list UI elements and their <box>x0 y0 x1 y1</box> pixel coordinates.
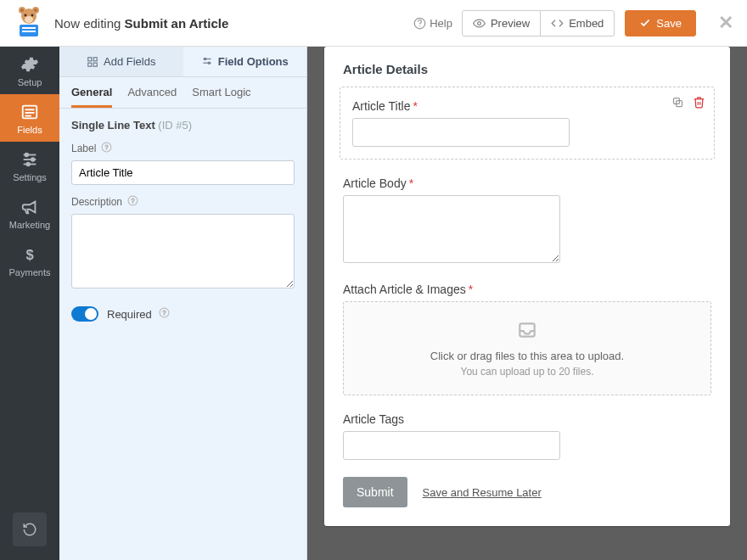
rail-settings[interactable]: Settings <box>0 142 59 189</box>
svg-point-7 <box>31 14 34 17</box>
help-icon[interactable]: ? <box>101 142 112 155</box>
rail-payments[interactable]: $ Payments <box>0 237 59 284</box>
check-icon <box>639 17 651 29</box>
svg-point-23 <box>26 163 30 166</box>
svg-rect-10 <box>22 31 36 32</box>
sliders-icon <box>20 150 39 169</box>
field-article-body[interactable]: Article Body* <box>343 176 711 266</box>
field-label: Article Title* <box>352 99 702 113</box>
article-tags-input[interactable] <box>343 431 560 460</box>
svg-text:$: $ <box>25 247 33 262</box>
svg-point-4 <box>34 8 37 12</box>
help-button[interactable]: Help <box>413 17 452 30</box>
field-row-tools <box>671 96 705 109</box>
svg-point-5 <box>25 16 33 23</box>
field-description-input[interactable] <box>71 214 295 288</box>
upload-text-secondary: You can upload up to 20 files. <box>361 366 694 378</box>
save-button[interactable]: Save <box>625 10 696 36</box>
svg-text:?: ? <box>132 198 135 204</box>
fields-icon <box>20 103 39 121</box>
required-toggle-label: Required <box>107 308 152 321</box>
field-label-input[interactable] <box>71 160 295 185</box>
svg-point-22 <box>31 158 35 161</box>
preview-embed-group: Preview Embed <box>463 10 615 36</box>
form-preview-canvas: Article Details Article Title* Article B… <box>307 47 747 560</box>
field-label: Attach Article & Images* <box>343 283 711 296</box>
left-rail: Setup Fields Settings Marketing $ Paymen… <box>0 47 59 560</box>
svg-point-21 <box>25 154 29 157</box>
upload-text-primary: Click or drag files to this area to uplo… <box>361 350 694 362</box>
help-icon <box>413 17 426 30</box>
svg-text:?: ? <box>105 144 109 150</box>
svg-rect-28 <box>93 63 97 66</box>
field-label: Article Body* <box>343 176 711 190</box>
megaphone-icon <box>20 198 39 216</box>
submit-button[interactable]: Submit <box>343 477 407 507</box>
svg-rect-27 <box>88 63 92 66</box>
field-article-title[interactable]: Article Title* <box>340 87 715 160</box>
help-icon[interactable]: ? <box>159 307 170 321</box>
svg-point-6 <box>25 14 27 17</box>
top-toolbar: Now editing Submit an Article Help Previ… <box>0 0 747 47</box>
required-toggle-row: Required ? <box>71 306 295 322</box>
tab-field-options[interactable]: Field Options <box>183 47 307 76</box>
dollar-icon: $ <box>20 245 39 264</box>
svg-rect-9 <box>22 27 36 29</box>
svg-rect-26 <box>93 57 97 60</box>
form-preview: Article Details Article Title* Article B… <box>324 47 730 526</box>
field-options-subtabs: General Advanced Smart Logic <box>59 77 306 109</box>
rail-history-button[interactable] <box>13 512 47 546</box>
brand-logo <box>10 6 48 40</box>
trash-icon[interactable] <box>693 96 705 109</box>
sidepanel-tabs: Add Fields Field Options <box>59 47 306 77</box>
rail-setup[interactable]: Setup <box>0 47 59 94</box>
required-toggle[interactable] <box>71 306 98 322</box>
close-button[interactable]: ✕ <box>715 12 737 34</box>
article-body-input[interactable] <box>343 195 560 263</box>
subtab-advanced[interactable]: Advanced <box>127 86 177 108</box>
label-for-description: Description ? <box>71 195 295 209</box>
article-title-input[interactable] <box>352 118 570 147</box>
grid-icon <box>87 56 98 68</box>
section-heading: Article Details <box>343 62 711 76</box>
history-icon <box>22 522 37 537</box>
preview-button[interactable]: Preview <box>462 10 541 36</box>
field-type-heading: Single Line Text (ID #5) <box>71 119 295 132</box>
eye-icon <box>473 17 486 30</box>
side-panel: Add Fields Field Options General Advance… <box>59 47 307 560</box>
gear-icon <box>20 55 39 74</box>
embed-button[interactable]: Embed <box>540 10 615 36</box>
svg-point-12 <box>419 25 420 26</box>
svg-rect-25 <box>88 57 92 60</box>
field-article-tags[interactable]: Article Tags <box>343 412 711 460</box>
svg-text:?: ? <box>162 310 166 316</box>
field-label: Article Tags <box>343 412 711 426</box>
rail-fields[interactable]: Fields <box>0 94 59 142</box>
rail-marketing[interactable]: Marketing <box>0 189 59 237</box>
editing-label: Now editing Submit an Article <box>54 16 228 31</box>
inbox-icon <box>516 319 538 341</box>
duplicate-icon[interactable] <box>671 96 684 109</box>
help-icon[interactable]: ? <box>127 195 138 209</box>
code-icon <box>551 17 564 30</box>
svg-point-13 <box>478 21 481 25</box>
subtab-general[interactable]: General <box>71 86 112 108</box>
label-for-label: Label ? <box>71 142 295 155</box>
tab-add-fields[interactable]: Add Fields <box>59 47 183 76</box>
file-upload-dropzone[interactable]: Click or drag files to this area to uplo… <box>343 301 711 395</box>
svg-point-3 <box>20 8 24 12</box>
save-resume-link[interactable]: Save and Resume Later <box>423 486 542 499</box>
field-attach-files[interactable]: Attach Article & Images* Click or drag f… <box>343 283 711 395</box>
sliders-icon <box>201 56 213 68</box>
subtab-smart-logic[interactable]: Smart Logic <box>192 86 250 108</box>
